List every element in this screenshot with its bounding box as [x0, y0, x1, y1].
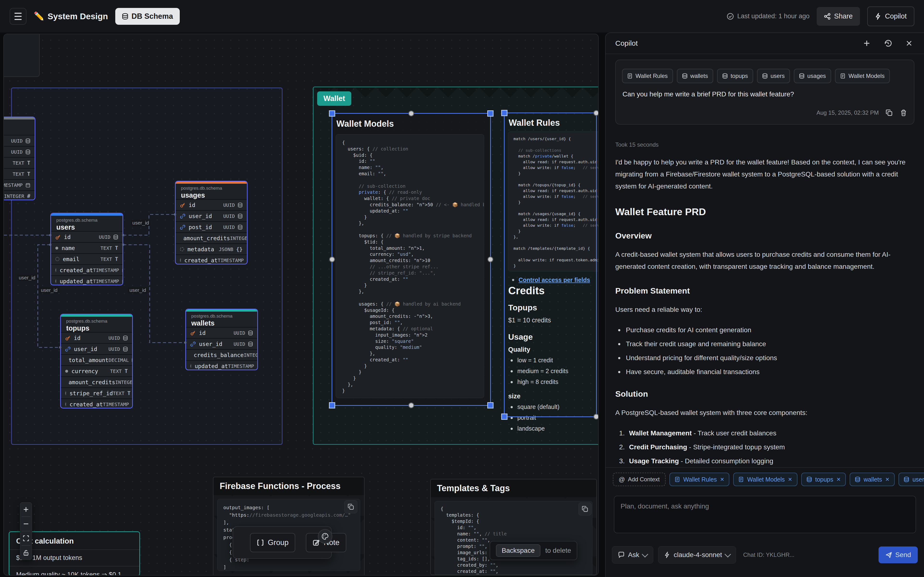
overview-text: A credit-based wallet system that allows…: [615, 248, 914, 272]
bullet-item: Track their credit usage and remaining b…: [626, 340, 914, 348]
tab-db-schema[interactable]: DB Schema: [115, 8, 180, 25]
diagram-canvas[interactable]: Wallet user_id user_id user_id user_id: [3, 34, 599, 575]
app-window: ✏️ System Design DB Schema Last updated:…: [0, 0, 924, 577]
context-chip[interactable]: users: [757, 69, 790, 83]
chat-history-button[interactable]: [883, 38, 893, 48]
attached-context-chip[interactable]: topups: [801, 473, 846, 486]
last-updated: Last updated: 1 hour ago: [727, 13, 809, 20]
composer-context-row: Add Context Wallet Rules Wallet Models: [613, 473, 924, 487]
remove-context-icon[interactable]: [720, 475, 724, 483]
remove-context-icon[interactable]: [885, 475, 889, 483]
style-palette-button[interactable]: [318, 529, 332, 543]
copy-icon: [582, 506, 588, 512]
database-icon: [762, 73, 767, 79]
menu-button[interactable]: [10, 8, 26, 25]
context-chip[interactable]: Wallet Rules: [622, 69, 673, 83]
fit-screen-icon: [23, 535, 29, 542]
resize-handle[interactable]: [593, 110, 599, 116]
context-chip[interactable]: usages: [794, 69, 831, 83]
wallet-group-label[interactable]: Wallet: [317, 91, 351, 106]
close-icon: [906, 40, 913, 47]
edge-label: user_id: [17, 274, 37, 281]
document-title: ✏️ System Design: [34, 11, 108, 21]
palette-icon: [321, 533, 329, 540]
resize-handle[interactable]: [488, 256, 493, 262]
chat-scroll-area[interactable]: Wallet Rules wallets topups: [606, 54, 924, 467]
document-icon: [627, 73, 633, 79]
database-icon: [682, 73, 688, 79]
edge-label: user_id: [131, 220, 150, 226]
backspace-key: Backspace: [496, 544, 540, 557]
mode-selector[interactable]: Ask: [612, 546, 653, 564]
solution-item: 1. Wallet Management - Track user credit…: [619, 429, 914, 437]
solution-item: 3. Usage Tracking - Detailed consumption…: [619, 457, 914, 465]
attached-context-chip[interactable]: users: [898, 473, 924, 486]
remove-context-icon[interactable]: [837, 475, 840, 483]
copy-message-button[interactable]: [885, 109, 893, 117]
chat-id: Chat ID: YKLGHR...: [743, 551, 795, 558]
history-icon: [884, 39, 892, 47]
model-selector[interactable]: claude-4-sonnet: [658, 546, 736, 564]
add-context-button[interactable]: Add Context: [613, 473, 666, 486]
response-intro: I'd be happy to help you write a PRD for…: [615, 156, 914, 192]
new-chat-button[interactable]: [861, 38, 872, 48]
share-icon: [824, 13, 830, 20]
delete-message-button[interactable]: [900, 109, 908, 117]
chevron-down-icon: [642, 551, 648, 558]
database-icon: [904, 477, 909, 482]
copy-code-button[interactable]: [578, 503, 591, 516]
copilot-button[interactable]: Copilot: [867, 6, 914, 26]
close-panel-button[interactable]: [904, 38, 914, 48]
pencil-emoji-icon: ✏️: [34, 11, 44, 21]
bullet-item: Have secure, auditable financial transac…: [626, 368, 914, 376]
document-icon: [738, 477, 744, 482]
chevron-down-icon: [725, 551, 731, 558]
context-chip[interactable]: Wallet Models: [835, 69, 890, 83]
resize-handle[interactable]: [408, 111, 414, 116]
copilot-header: Copilot: [606, 33, 924, 54]
context-chip[interactable]: topups: [717, 69, 753, 83]
attached-context-chip[interactable]: Wallet Models: [733, 473, 797, 486]
resize-handle[interactable]: [501, 414, 507, 420]
copy-code-button[interactable]: [344, 500, 357, 513]
solution-text: A PostgreSQL-based wallet system with th…: [615, 407, 914, 419]
lock-icon: [23, 550, 29, 556]
send-icon: [885, 551, 892, 558]
composer-bottom-bar: Ask claude-4-sonnet Chat ID: YKLGHR... S…: [612, 546, 918, 563]
resize-handle[interactable]: [501, 110, 507, 116]
resize-handle[interactable]: [408, 403, 414, 408]
context-chip[interactable]: wallets: [677, 69, 713, 83]
remove-context-icon[interactable]: [788, 475, 792, 483]
lock-canvas-button[interactable]: [20, 546, 32, 560]
copilot-panel: Copilot Wallet Rules: [605, 32, 924, 577]
bolt-icon: [664, 552, 670, 558]
plus-icon: [23, 506, 29, 513]
zoom-out-button[interactable]: [20, 517, 32, 531]
wallet-rules-title: Wallet Rules: [509, 118, 560, 128]
resize-handle[interactable]: [329, 256, 335, 262]
solution-list: 1. Wallet Management - Track user credit…: [615, 429, 914, 465]
resize-handle[interactable]: [593, 414, 599, 419]
zoom-in-button[interactable]: [20, 503, 32, 516]
chat-mode-icon: [618, 551, 625, 558]
attached-context-chip[interactable]: Wallet Rules: [669, 473, 730, 486]
group-button[interactable]: Group: [250, 533, 295, 552]
share-button[interactable]: Share: [817, 7, 860, 26]
database-icon: [799, 73, 804, 79]
resize-handle[interactable]: [487, 110, 494, 117]
zoom-toolbar: [20, 502, 32, 560]
solution-item: 2. Credit Purchasing - Stripe-integrated…: [619, 443, 914, 451]
wallet-models-code[interactable]: { users: { // collection $uid: { id: "" …: [336, 134, 484, 398]
document-icon: [675, 477, 680, 482]
resize-handle[interactable]: [487, 402, 494, 408]
top-bar: ✏️ System Design DB Schema Last updated:…: [0, 0, 924, 32]
attached-context-chip[interactable]: wallets: [850, 473, 895, 486]
send-button[interactable]: Send: [879, 546, 918, 563]
response-duration: Took 15 seconds: [615, 141, 914, 148]
resize-handle[interactable]: [329, 110, 335, 117]
prd-title: Wallet Feature PRD: [615, 206, 914, 218]
fit-view-button[interactable]: [20, 531, 32, 545]
problem-text: Users need a reliable way to:: [615, 304, 914, 316]
resize-handle[interactable]: [329, 402, 335, 408]
chat-input[interactable]: Plan, document, ask anything: [614, 496, 916, 533]
